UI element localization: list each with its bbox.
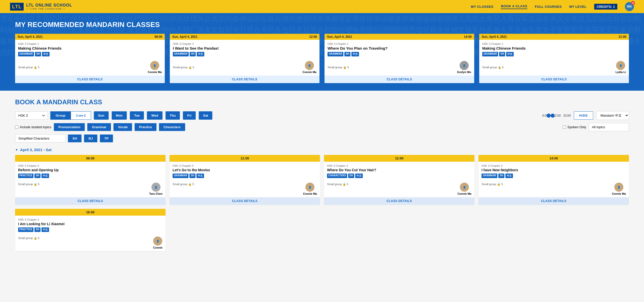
tag-practice: PRACTICE [18,227,33,232]
include-studied-label[interactable]: Include studied topics [15,125,51,129]
class-grid-row-2: 16:00 HSK 3 Chapter 3 I Am Looking for L… [15,209,629,251]
tag-grammar: GRAMMAR [173,174,188,178]
tag-grammar: GRAMMAR [173,52,189,56]
topic-characters[interactable]: Characters [159,123,185,131]
class-card-2-tags: GRAMMAR SH 中文 [173,174,317,178]
tag-zh: 中文 [505,174,513,178]
spoken-only-label[interactable]: Spoken Only [563,125,586,129]
class-card-1-title: Reform and Opening Up [18,168,163,172]
topic-vocab[interactable]: Vocab [113,123,132,131]
avatar-initials: WK [627,5,632,8]
class-card-4-teacher-avatar: 👤 [614,183,623,192]
nav-my-classes[interactable]: MY CLASSES [471,5,493,9]
class-card-3-details-btn[interactable]: CLASS DETAILS [324,197,474,205]
class-card-5-footer: Small group 🔒 5 👤 Connie [15,237,166,251]
hero-card-4-title: Making Chinese Friends [482,46,626,50]
class-card-1-details-btn[interactable]: CLASS DETAILS [15,197,166,205]
class-card-4-small-group: Small group 🔒 5 [481,183,503,186]
topic-pronunciation[interactable]: Pronunciation [54,123,85,131]
hero-card-4-details-btn[interactable]: CLASS DETAILS [479,76,629,83]
hero-card-2-chapter: HSK 3 Chapter 2 [173,42,316,45]
day-wed[interactable]: Wed [147,111,162,120]
char-select[interactable]: Simplified Characters Traditional Charac… [15,134,65,143]
topic-grammar[interactable]: Grammar [87,123,111,131]
tag-sh: SH [498,174,504,178]
tag-zh: 中文 [197,52,204,56]
hero-card-3-header: Sun, April 4, 2021 14:00 [325,34,474,40]
date-label: April 3, 2021 - Sat [20,148,52,152]
class-card-2-details-btn[interactable]: CLASS DETAILS [170,197,320,205]
class-card-5-tags: PRACTICE SH 中文 [18,227,163,232]
hero-card-4-teacher-name: Lydia Li [616,71,626,74]
date-header[interactable]: ▼ April 3, 2021 - Sat [15,148,629,152]
avatar-notification-badge: 10 [631,1,635,5]
variant-bj[interactable]: BJ [84,135,97,142]
class-card-1-teacher-name: Tara Chen [149,192,163,195]
class-card-3-time: 12:00 [324,155,474,162]
class-card-1-body: HSK 3 Chapter 4 Reform and Opening Up PR… [15,162,166,183]
nav-my-level[interactable]: MY LEVEL [569,5,587,9]
class-card-4-title: I have New Neighbors [481,168,626,172]
variant-sh[interactable]: SH [68,135,82,142]
variant-tp[interactable]: TP [100,135,113,142]
class-card-4-time: 14:00 [478,155,629,162]
hero-card-4-small-group: Small group 🔒 5 [482,66,504,69]
nav-book-class[interactable]: BOOK A CLASS [501,4,527,9]
day-mon[interactable]: Mon [112,111,127,120]
hero-card-1-body: HSK 3 Chapter 1 Making Chinese Friends G… [15,40,165,61]
hero-card-1-details-btn[interactable]: CLASS DETAILS [15,76,165,83]
hero-card-1-date: Sun, April 4, 2021 [18,35,43,39]
tag-zh: 中文 [506,52,514,56]
tag-zh: 中文 [42,174,49,178]
hero-card-4: Sun, April 4, 2021 21:00 HSK 3 Chapter 1… [479,34,629,83]
topic-practice[interactable]: Practice [135,123,156,131]
hero-card-3-body: HSK 3 Chapter 1 Where Do You Plan on Tra… [325,40,474,61]
filters-right: 0:00 12:00 23:00 HIDE Mandarin 中文 Canton… [542,111,629,120]
hero-card-4-date: Sun, April 4, 2021 [482,35,507,39]
time-thumb-right[interactable] [547,114,551,118]
hide-btn[interactable]: HIDE [574,111,593,120]
group-btn[interactable]: Group [50,111,71,120]
book-section-title: BOOK A MANDARIN CLASS [15,98,629,106]
include-studied-checkbox[interactable] [15,125,18,129]
class-card-5-small-group: Small group 🔒 5 [18,237,39,240]
class-card-1-footer: Small group 🔒 5 👤 Tara Chen [15,183,166,197]
day-sun[interactable]: Sun [94,111,109,120]
day-tue[interactable]: Tue [130,111,144,120]
hero-card-3-footer: Small group 🔒 5 👤 Evelyn Wu [325,61,474,76]
hero-card-1-footer: Small group 🔒 5 👤 Connie Ma [15,61,165,76]
hero-card-2-header: Sun, April 4, 2021 12:00 [170,34,319,40]
tag-sh: SH [348,174,354,178]
logo-area[interactable]: LTL LTL ONLINE SCHOOL — LIVE THE LANGUAG… [10,3,72,11]
time-thumb-left[interactable] [551,114,555,118]
class-card-3-small-group: Small group 🔒 5 [327,183,348,186]
nav-full-courses[interactable]: FULL COURSES [535,5,562,9]
language-select[interactable]: Mandarin 中文 Cantonese Japanese [596,111,629,120]
date-section: ▼ April 3, 2021 - Sat 08:00 HSK 3 Chapte… [15,148,629,251]
day-fri[interactable]: Fri [183,111,196,120]
time-range: 0:00 12:00 23:00 [542,114,571,117]
hero-card-3-details-btn[interactable]: CLASS DETAILS [325,76,474,83]
hero-card-2-details-btn[interactable]: CLASS DETAILS [170,76,319,83]
day-thu[interactable]: Thu [166,111,180,120]
logo-icon: LTL [10,3,24,11]
hero-card-2-teacher-name: Connie Ma [302,71,316,74]
class-card-2-teacher-name: Connie Ma [303,192,317,195]
class-card-4-details-btn[interactable]: CLASS DETAILS [478,197,629,205]
class-card-1: 08:00 HSK 3 Chapter 4 Reform and Opening… [15,155,166,205]
hsk-select[interactable]: HSK 3 HSK 1 HSK 2 HSK 4 HSK 5 HSK 6 [15,111,48,120]
hero-card-2-title: I Want to See the Pandas! [173,46,316,50]
spoken-only-checkbox[interactable] [563,125,566,129]
hero-card-4-header: Sun, April 4, 2021 21:00 [479,34,629,40]
avatar[interactable]: WK 10 [625,2,634,11]
group-toggle: Group 1-on-1 [50,111,91,120]
nav-links: MY CLASSES BOOK A CLASS FULL COURSES MY … [471,2,634,11]
class-card-5: 16:00 HSK 3 Chapter 3 I Am Looking for L… [15,209,166,251]
class-card-2-title: Let's Go to the Movies [173,168,317,172]
tag-zh: 中文 [42,227,49,232]
day-sat[interactable]: Sat [199,111,212,120]
all-topics-select[interactable]: All topics [589,123,629,131]
class-grid-row-1: 08:00 HSK 3 Chapter 4 Reform and Opening… [15,155,629,205]
class-card-3-body: HSK 3 Chapter 4 Where Do You Cut Your Ha… [324,162,474,183]
one-on-one-btn[interactable]: 1-on-1 [71,111,91,120]
